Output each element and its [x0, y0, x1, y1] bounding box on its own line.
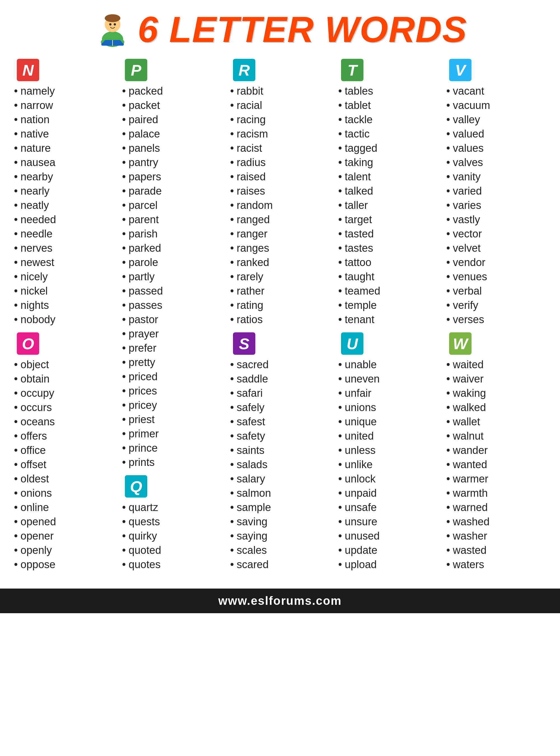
list-item: racism — [230, 127, 330, 141]
list-item: unsure — [338, 515, 438, 529]
list-item: venues — [446, 270, 546, 284]
list-item: verify — [446, 298, 546, 313]
letter-label-s: S — [239, 335, 249, 353]
list-item: pantry — [122, 155, 222, 170]
list-item: tactic — [338, 127, 438, 141]
list-item: warmth — [446, 486, 546, 500]
page-wrapper: 6 LETTER WORDS Nnamelynarrownationnative… — [0, 0, 560, 613]
list-item: parked — [122, 241, 222, 255]
list-item: wasted — [446, 543, 546, 557]
list-item: online — [14, 500, 114, 515]
letter-badge-n: N — [17, 59, 39, 81]
column: Rrabbitracialracingracismracistradiusrai… — [227, 59, 333, 577]
list-item: offset — [14, 458, 114, 472]
list-item: vendor — [446, 255, 546, 270]
list-item: uneven — [338, 372, 438, 386]
list-item: prefer — [122, 341, 222, 355]
list-item: quotes — [122, 557, 222, 572]
list-item: salary — [230, 472, 330, 486]
list-item: waiver — [446, 372, 546, 386]
list-item: palace — [122, 127, 222, 141]
list-item: wanted — [446, 458, 546, 472]
list-item: rarely — [230, 270, 330, 284]
section-r: Rrabbitracialracingracismracistradiusrai… — [227, 59, 333, 332]
list-item: passes — [122, 298, 222, 313]
list-item: raised — [230, 170, 330, 184]
list-item: native — [14, 127, 114, 141]
list-item: random — [230, 198, 330, 213]
list-item: valley — [446, 113, 546, 127]
list-item: scales — [230, 543, 330, 557]
list-item: priced — [122, 370, 222, 384]
list-item: needed — [14, 213, 114, 227]
list-item: rabbit — [230, 84, 330, 98]
section-o: Oobjectobtainoccupyoccursoceansoffersoff… — [11, 332, 117, 577]
list-item: tackle — [338, 113, 438, 127]
section-n: Nnamelynarrownationnativenaturenauseanea… — [11, 59, 117, 332]
list-item: narrow — [14, 98, 114, 113]
letter-badge-w: W — [449, 332, 472, 355]
list-item: rating — [230, 298, 330, 313]
list-item: tables — [338, 84, 438, 98]
list-item: vector — [446, 227, 546, 241]
list-item: safari — [230, 386, 330, 400]
list-item: unions — [338, 400, 438, 415]
list-item: saddle — [230, 372, 330, 386]
list-item: saying — [230, 529, 330, 543]
section-v: Vvacantvacuumvalleyvaluedvaluesvalvesvan… — [443, 59, 549, 332]
list-item: saving — [230, 515, 330, 529]
list-item: teamed — [338, 284, 438, 298]
list-item: talent — [338, 170, 438, 184]
list-item: occupy — [14, 386, 114, 400]
list-item: varies — [446, 198, 546, 213]
website-url: www.eslforums.com — [6, 594, 554, 608]
list-item: occurs — [14, 400, 114, 415]
list-item: waking — [446, 386, 546, 400]
list-item: saints — [230, 443, 330, 458]
list-item: partly — [122, 270, 222, 284]
list-item: parent — [122, 213, 222, 227]
list-item: valued — [446, 127, 546, 141]
main-content: Nnamelynarrownationnativenaturenauseanea… — [0, 53, 560, 583]
list-item: warned — [446, 500, 546, 515]
column: Ppackedpacketpairedpalacepanelspantrypap… — [119, 59, 224, 577]
list-item: verses — [446, 313, 546, 327]
list-item: ranges — [230, 241, 330, 255]
list-item: paired — [122, 113, 222, 127]
list-item: safely — [230, 400, 330, 415]
list-item: radius — [230, 155, 330, 170]
list-item: tagged — [338, 141, 438, 155]
list-item: panels — [122, 141, 222, 155]
list-item: racing — [230, 113, 330, 127]
list-item: nickel — [14, 284, 114, 298]
list-item: temple — [338, 298, 438, 313]
word-list-o: objectobtainoccupyoccursoceansoffersoffi… — [14, 358, 114, 572]
section-u: Uunableunevenunfairunionsuniqueunitedunl… — [336, 332, 441, 577]
section-s: Ssacredsaddlesafarisafelysafestsafetysai… — [227, 332, 333, 577]
list-item: waters — [446, 557, 546, 572]
list-item: openly — [14, 543, 114, 557]
word-list-s: sacredsaddlesafarisafelysafestsafetysain… — [230, 358, 330, 572]
list-item: sample — [230, 500, 330, 515]
list-item: nobody — [14, 313, 114, 327]
letter-label-p: P — [131, 61, 141, 79]
letter-badge-o: O — [17, 332, 39, 355]
list-item: tasted — [338, 227, 438, 241]
list-item: prices — [122, 384, 222, 398]
list-item: racist — [230, 141, 330, 155]
list-item: safety — [230, 429, 330, 443]
section-p: Ppackedpacketpairedpalacepanelspantrypap… — [119, 59, 224, 475]
list-item: ratios — [230, 313, 330, 327]
list-item: packet — [122, 98, 222, 113]
list-item: nights — [14, 298, 114, 313]
header: 6 LETTER WORDS — [0, 0, 560, 53]
list-item: tablet — [338, 98, 438, 113]
list-item: papers — [122, 170, 222, 184]
list-item: salads — [230, 458, 330, 472]
list-item: parcel — [122, 198, 222, 213]
letter-label-o: O — [22, 335, 34, 353]
word-list-v: vacantvacuumvalleyvaluedvaluesvalvesvani… — [446, 84, 546, 327]
section-t: Ttablestablettackletactictaggedtakingtal… — [336, 59, 441, 332]
list-item: pretty — [122, 355, 222, 370]
word-list-q: quartzquestsquirkyquotedquotes — [122, 500, 222, 572]
